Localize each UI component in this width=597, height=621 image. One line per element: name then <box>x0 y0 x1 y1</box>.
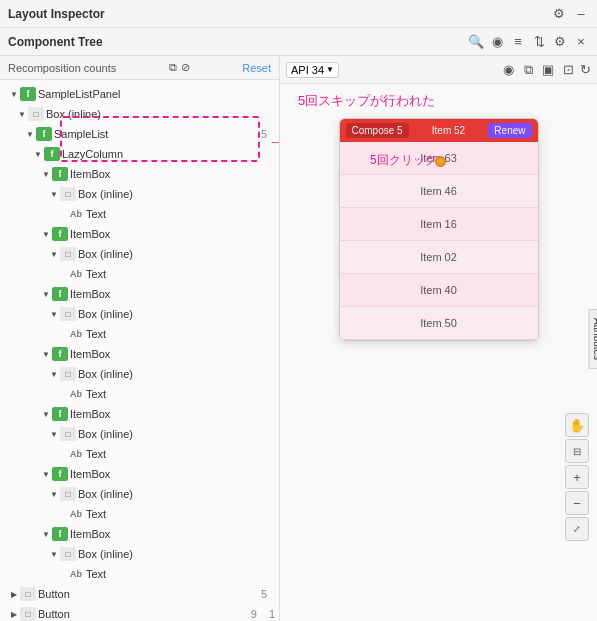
filter-icon[interactable]: ⇅ <box>531 34 547 50</box>
tree-item-box-inline-8[interactable]: ▼ □ Box (inline) <box>0 544 279 564</box>
arrow-box-6[interactable]: ▼ <box>48 428 60 440</box>
title-bar-actions: ⚙ – <box>551 6 589 22</box>
label-text-2: Text <box>86 268 106 280</box>
compose-button[interactable]: Compose 5 <box>346 123 409 138</box>
arrow-box-5[interactable]: ▼ <box>48 368 60 380</box>
arrow-itembox-6[interactable]: ▼ <box>40 468 52 480</box>
icon-ab-1: Ab <box>68 207 84 221</box>
tree-item-box-inline-6[interactable]: ▼ □ Box (inline) <box>0 424 279 444</box>
icon-ab-4: Ab <box>68 387 84 401</box>
arrow-itembox-3[interactable]: ▼ <box>40 288 52 300</box>
tree-item-box-inline-3[interactable]: ▼ □ Box (inline) <box>0 244 279 264</box>
list-item-0[interactable]: Item 63 <box>340 142 538 175</box>
tree-item-button-1[interactable]: ▶ □ Button 5 <box>0 584 279 604</box>
icon-box-3: □ <box>60 247 76 261</box>
tree-item-itembox-6[interactable]: ▼ f ItemBox <box>0 464 279 484</box>
gear-icon[interactable]: ⚙ <box>552 34 568 50</box>
tree-item-text-1[interactable]: Ab Text <box>0 204 279 224</box>
tree-item-button-2[interactable]: ▶ □ Button 9 1 <box>0 604 279 621</box>
arrow-itembox-4[interactable]: ▼ <box>40 348 52 360</box>
attributes-tab[interactable]: Attributes <box>588 308 597 368</box>
icon-f-itembox-1: f <box>52 167 68 181</box>
tree-item-text-2[interactable]: Ab Text <box>0 264 279 284</box>
refresh-icon[interactable]: ↻ <box>580 62 591 78</box>
arrow-button-2[interactable]: ▶ <box>8 608 20 620</box>
icon-box-button-1: □ <box>20 587 36 601</box>
eye-icon[interactable]: ◉ <box>489 34 505 50</box>
label-itembox-7: ItemBox <box>70 528 110 540</box>
settings-icon[interactable]: ⚙ <box>551 6 567 22</box>
icon-f-itembox-7: f <box>52 527 68 541</box>
tree-item-samplistpanel[interactable]: ▼ f SampleListPanel <box>0 84 279 104</box>
skip-annotation: 5回スキップが行われた <box>298 92 435 110</box>
hand-tool-btn[interactable]: ✋ <box>565 413 589 437</box>
zoom-in-btn[interactable]: + <box>565 465 589 489</box>
preview-header: Compose 5 Item 52 Renew <box>340 119 538 142</box>
arrow-samplistpanel[interactable]: ▼ <box>8 88 20 100</box>
icon-box-7: □ <box>60 487 76 501</box>
tree-item-box-inline-7[interactable]: ▼ □ Box (inline) <box>0 484 279 504</box>
tree-item-itembox-2[interactable]: ▼ f ItemBox <box>0 224 279 244</box>
zoom-out-btn[interactable]: − <box>565 491 589 515</box>
tree-item-itembox-7[interactable]: ▼ f ItemBox <box>0 524 279 544</box>
main-content: Recomposition counts ⧉ ⊘ Reset → ▼ f Sam… <box>0 56 597 621</box>
arrow-itembox-5[interactable]: ▼ <box>40 408 52 420</box>
arrow-box-7[interactable]: ▼ <box>48 488 60 500</box>
arrow-itembox-1[interactable]: ▼ <box>40 168 52 180</box>
search-icon[interactable]: 🔍 <box>468 34 484 50</box>
eye-icon-2[interactable]: ◉ <box>500 62 516 78</box>
api-selector[interactable]: API 34 ▼ <box>286 62 339 78</box>
list-item-2[interactable]: Item 16 <box>340 208 538 241</box>
screenshot-icon[interactable]: ⧉ <box>520 62 536 78</box>
arrow-box-4[interactable]: ▼ <box>48 308 60 320</box>
tree-item-text-7[interactable]: Ab Text <box>0 564 279 584</box>
label-box-inline-7: Box (inline) <box>78 488 133 500</box>
arrow-lazycolumn[interactable]: ▼ <box>32 148 44 160</box>
more-icon[interactable]: ⊡ <box>560 62 576 78</box>
device-icon[interactable]: ▣ <box>540 62 556 78</box>
list-item-3[interactable]: Item 02 <box>340 241 538 274</box>
recomp-copy-icon[interactable]: ⧉ <box>169 61 177 74</box>
close-icon[interactable]: × <box>573 34 589 50</box>
minimize-icon[interactable]: – <box>573 6 589 22</box>
renew-button[interactable]: Renew <box>488 123 531 138</box>
arrow-itembox-7[interactable]: ▼ <box>40 528 52 540</box>
tree-item-itembox-5[interactable]: ▼ f ItemBox <box>0 404 279 424</box>
list-item-5[interactable]: Item 50 <box>340 307 538 340</box>
arrow-button-1[interactable]: ▶ <box>8 588 20 600</box>
label-itembox-5: ItemBox <box>70 408 110 420</box>
arrow-box-inline-1[interactable]: ▼ <box>16 108 28 120</box>
arrow-box-2[interactable]: ▼ <box>48 188 60 200</box>
item-header-label: Item 52 <box>415 125 483 136</box>
tree-item-box-inline-2[interactable]: ▼ □ Box (inline) <box>0 184 279 204</box>
arrow-samplelist[interactable]: ▼ <box>24 128 36 140</box>
list-item-1[interactable]: Item 46 <box>340 175 538 208</box>
tree-item-box-inline-4[interactable]: ▼ □ Box (inline) <box>0 304 279 324</box>
arrow-box-8[interactable]: ▼ <box>48 548 60 560</box>
list-icon[interactable]: ≡ <box>510 34 526 50</box>
tree-item-itembox-1[interactable]: ▼ f ItemBox <box>0 164 279 184</box>
icon-f-samplistpanel: f <box>20 87 36 101</box>
tree-item-itembox-3[interactable]: ▼ f ItemBox <box>0 284 279 304</box>
label-itembox-1: ItemBox <box>70 168 110 180</box>
arrow-itembox-2[interactable]: ▼ <box>40 228 52 240</box>
tree-item-lazycolumn[interactable]: ▼ f LazyColumn <box>0 144 279 164</box>
tree-item-text-5[interactable]: Ab Text <box>0 444 279 464</box>
tree-item-samplelist[interactable]: ▼ f SampleList 5 <box>0 124 279 144</box>
tree-item-text-4[interactable]: Ab Text <box>0 384 279 404</box>
tree-item-box-inline-5[interactable]: ▼ □ Box (inline) <box>0 364 279 384</box>
tree-item-text-6[interactable]: Ab Text <box>0 504 279 524</box>
recomp-reset-btn[interactable]: Reset <box>242 62 271 74</box>
title-bar-title: Layout Inspector <box>8 7 105 21</box>
tree-item-itembox-4[interactable]: ▼ f ItemBox <box>0 344 279 364</box>
tree-item-box-inline-1[interactable]: ▼ □ Box (inline) <box>0 104 279 124</box>
icon-f-itembox-2: f <box>52 227 68 241</box>
arrow-box-3[interactable]: ▼ <box>48 248 60 260</box>
tree-item-text-3[interactable]: Ab Text <box>0 324 279 344</box>
fit-btn[interactable]: ⤢ <box>565 517 589 541</box>
split-view-btn[interactable]: ⊟ <box>565 439 589 463</box>
label-lazycolumn: LazyColumn <box>62 148 123 160</box>
list-item-4[interactable]: Item 40 <box>340 274 538 307</box>
label-itembox-2: ItemBox <box>70 228 110 240</box>
recomp-reset-icon[interactable]: ⊘ <box>181 61 190 74</box>
